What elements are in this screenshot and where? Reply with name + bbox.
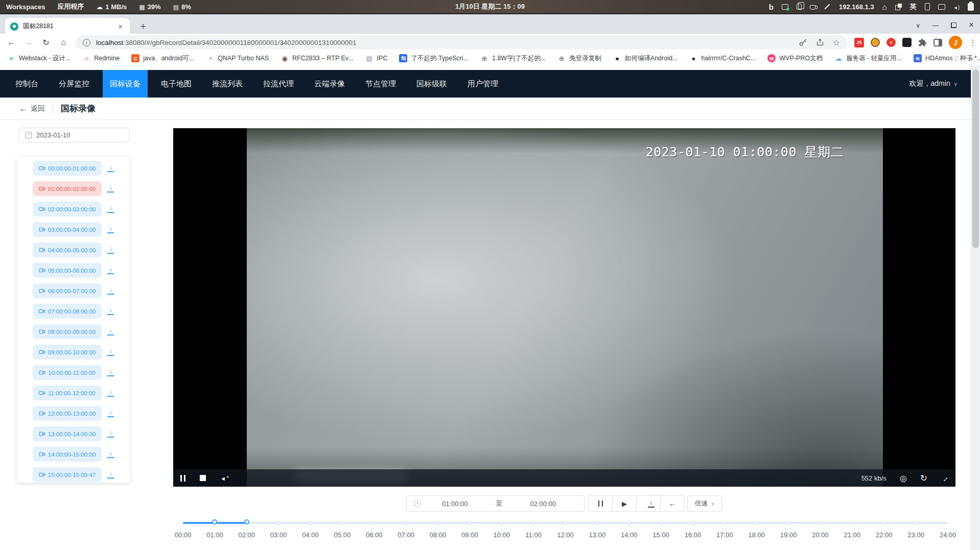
clipboard-tray-icon[interactable] xyxy=(797,4,802,10)
record-download-icon[interactable] xyxy=(107,205,114,213)
ip-address-indicator[interactable]: 192.168.1.3 xyxy=(839,3,874,11)
player-stop-icon[interactable] xyxy=(200,475,206,481)
address-bar[interactable]: localhost:38080/#/gbRecordDetail/3402000… xyxy=(76,35,847,50)
back-icon[interactable]: ← xyxy=(6,38,16,47)
workspaces-button[interactable]: Workspaces xyxy=(6,3,45,11)
new-tab-button[interactable] xyxy=(137,20,149,33)
record-chip[interactable]: 04:00:00-05:00:00 xyxy=(33,243,102,257)
bookmark-item[interactable]: ☁服务器 - 轻量应用... xyxy=(834,54,902,63)
dark-extension-icon[interactable] xyxy=(902,38,912,47)
nav-item-10[interactable]: 用户管理 xyxy=(460,70,505,98)
snapshot-icon[interactable] xyxy=(900,473,907,483)
record-chip[interactable]: 02:00:00-03:00:00 xyxy=(33,202,102,217)
record-download-icon[interactable] xyxy=(107,369,114,376)
color-picker-tray-icon[interactable] xyxy=(824,4,830,10)
record-download-icon[interactable] xyxy=(107,267,114,274)
nav-item-7[interactable]: 云端录像 xyxy=(307,70,352,98)
caffeine-tray-icon[interactable] xyxy=(810,5,815,10)
seek-back-button[interactable] xyxy=(660,495,685,512)
tab-close-icon[interactable] xyxy=(116,22,125,31)
record-download-icon[interactable] xyxy=(107,410,114,417)
record-chip[interactable]: 05:00:00-06:00:00 xyxy=(33,263,102,278)
record-download-icon[interactable] xyxy=(107,185,114,193)
bookmark-item[interactable]: ◔QNAP Turbo NAS xyxy=(206,54,269,62)
download-button[interactable] xyxy=(636,495,661,512)
home-tray-icon[interactable] xyxy=(882,3,887,11)
record-chip[interactable]: 12:00:00-13:00:00 xyxy=(33,406,102,421)
date-picker-input[interactable]: 2023-01-10 xyxy=(19,128,130,142)
record-chip[interactable]: 07:00:00-08:00:00 xyxy=(33,304,102,319)
nav-item-9[interactable]: 国标级联 xyxy=(409,70,454,98)
site-info-icon[interactable] xyxy=(83,39,90,46)
json-extension-icon[interactable]: JS xyxy=(854,38,864,47)
bookmark-item[interactable]: ≡Webstack - 设计... xyxy=(7,54,71,63)
bookmark-item[interactable]: 知了不起的 TypeScri... xyxy=(399,54,469,63)
windows-tray-icon[interactable] xyxy=(895,4,902,10)
browser-home-icon[interactable]: ⌂ xyxy=(58,38,68,47)
reload-icon[interactable]: ↻ xyxy=(41,38,51,47)
nav-item-1[interactable]: 控制台 xyxy=(8,70,45,98)
clock-indicator[interactable]: 1月10日 星期二 15：09 xyxy=(455,2,525,11)
record-download-icon[interactable] xyxy=(107,307,114,315)
tab-search-icon[interactable] xyxy=(916,20,920,30)
adblock-extension-icon[interactable] xyxy=(886,38,896,47)
bookmark-item[interactable]: ∩Redmine xyxy=(82,54,120,62)
bookmark-item[interactable]: Cjava、android可... xyxy=(131,54,194,63)
record-chip[interactable]: 00:00:00-01:00:00 xyxy=(33,161,102,176)
phone-tray-icon[interactable] xyxy=(925,3,930,10)
play-button[interactable] xyxy=(612,495,637,512)
user-menu[interactable]: 欢迎，admin xyxy=(909,79,958,88)
record-chip[interactable]: 15:00:00-15:09:47 xyxy=(33,467,102,482)
bookmark-item[interactable]: ●如何编译Android... xyxy=(613,54,678,63)
record-chip[interactable]: 10:00:00-11:00:00 xyxy=(33,365,102,380)
record-chip[interactable]: 13:00:00-14:00:00 xyxy=(33,426,102,441)
nav-item-8[interactable]: 节点管理 xyxy=(358,70,403,98)
record-chip[interactable]: 08:00:00-09:00:00 xyxy=(33,324,102,339)
volume-tray-icon[interactable] xyxy=(953,3,960,11)
bookmark-item[interactable]: WWVP-PRO文档 xyxy=(767,54,823,63)
record-download-icon[interactable] xyxy=(107,450,114,458)
player-mute-icon[interactable] xyxy=(220,474,229,482)
forward-icon[interactable]: → xyxy=(24,38,34,47)
video-surface[interactable] xyxy=(247,128,883,487)
cpu-usage-indicator[interactable]: 39% xyxy=(139,3,160,11)
pause-button[interactable] xyxy=(588,495,613,512)
record-chip[interactable]: 03:00:00-04:00:00 xyxy=(33,222,102,237)
timeline-handle[interactable] xyxy=(244,519,249,524)
bookmark-item[interactable]: ▤IPC xyxy=(365,54,388,62)
bookmark-item[interactable]: ●hairrrrr/C-CrashC... xyxy=(689,54,756,62)
player-refresh-icon[interactable] xyxy=(920,473,927,484)
record-download-icon[interactable] xyxy=(107,430,114,438)
timeline-slider[interactable]: 00:0001:0002:0003:0004:0005:0006:0007:00… xyxy=(183,519,948,545)
extensions-puzzle-icon[interactable] xyxy=(918,38,927,47)
close-window-icon[interactable] xyxy=(969,20,974,30)
profile-avatar[interactable]: J xyxy=(949,36,962,49)
nav-item-4[interactable]: 电子地图 xyxy=(154,70,199,98)
speed-dropdown[interactable]: 倍速 xyxy=(687,495,722,512)
page-scrollbar[interactable] xyxy=(971,65,980,550)
screenshot-tray-icon[interactable] xyxy=(782,4,788,10)
browser-tab[interactable]: 国标28181 xyxy=(5,18,130,35)
share-icon[interactable] xyxy=(816,38,824,46)
record-chip[interactable]: 01:00:00-02:00:00 xyxy=(33,181,102,196)
nav-item-5[interactable]: 推流列表 xyxy=(205,70,250,98)
scrollbar-thumb[interactable] xyxy=(972,69,979,248)
timeline-handle[interactable] xyxy=(212,519,217,524)
maximize-icon[interactable] xyxy=(951,22,956,28)
back-button[interactable]: 返回 xyxy=(19,104,45,113)
record-chip[interactable]: 06:00:00-07:00:00 xyxy=(33,283,102,298)
nav-item-2[interactable]: 分屏监控 xyxy=(52,70,97,98)
record-chip[interactable]: 11:00:00-12:00:00 xyxy=(33,386,102,400)
record-download-icon[interactable] xyxy=(107,471,114,479)
minimize-icon[interactable] xyxy=(932,20,939,30)
password-key-icon[interactable] xyxy=(799,38,807,47)
network-speed-indicator[interactable]: 1 MB/s xyxy=(96,3,127,11)
record-download-icon[interactable] xyxy=(107,389,114,397)
record-download-icon[interactable] xyxy=(107,226,114,233)
bookmarks-overflow-button[interactable]: » xyxy=(969,54,973,63)
memory-usage-indicator[interactable]: 8% xyxy=(173,3,191,11)
bookmark-star-icon[interactable] xyxy=(833,38,840,47)
ime-indicator[interactable]: 英 xyxy=(910,2,917,11)
bookmark-item[interactable]: ⊕免登录复制 xyxy=(557,54,601,63)
record-chip[interactable]: 09:00:00-10:00:00 xyxy=(33,345,102,360)
